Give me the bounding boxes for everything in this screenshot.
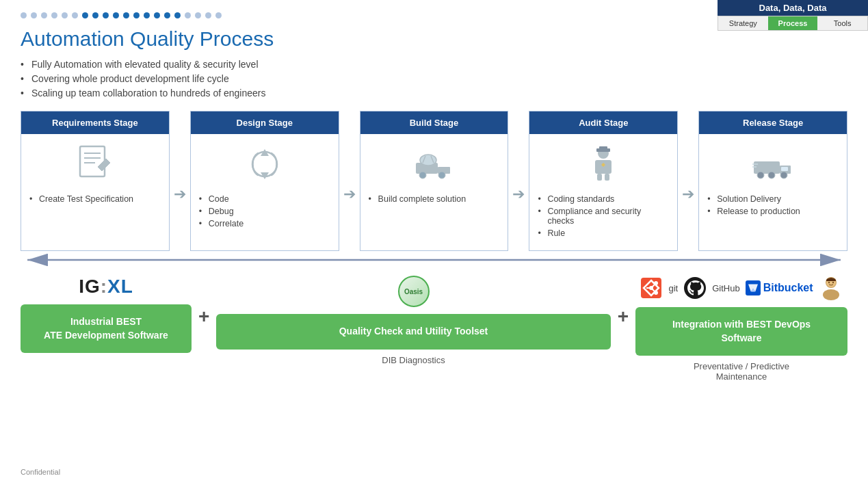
- stage-design-body: Code Debug Correlate: [191, 134, 339, 250]
- devops-green-button: Integration with BEST DevOps Software: [635, 307, 847, 356]
- igxl-btn-line1: Industrial BEST: [33, 315, 179, 329]
- svg-point-45: [828, 282, 829, 283]
- requirements-icon: [75, 144, 116, 185]
- stage-design: Design Stage Code Debug Correlate: [190, 111, 339, 251]
- svg-rect-19: [597, 174, 602, 181]
- progress-dots: [21, 12, 222, 18]
- igxl-green-button: Industrial BEST ATE Development Software: [21, 304, 192, 353]
- oasis-text: Oasis: [404, 288, 423, 295]
- dot-18: [195, 12, 201, 18]
- svg-point-43: [823, 289, 839, 300]
- stage-release-header: Release Stage: [699, 111, 847, 134]
- stage-requirements: Requirements Stage Create Test Specifica…: [21, 111, 170, 251]
- plus-2: +: [611, 306, 635, 328]
- bitbucket-logo: Bitbucket: [746, 280, 813, 295]
- dot-13: [144, 12, 150, 18]
- audit-bullet-2: Compliance and security checks: [538, 207, 669, 226]
- github-label: GitHub: [712, 283, 739, 293]
- stage-release: Release Stage Solution D: [698, 111, 847, 251]
- dot-16: [174, 12, 181, 18]
- build-bullets: Build complete solution: [369, 194, 500, 207]
- maintenance-label: Preventative / PredictiveMaintenance: [694, 361, 789, 382]
- bidirectional-arrow: [21, 254, 847, 266]
- dot-19: [205, 12, 211, 18]
- arrow-1: ➔: [172, 137, 187, 251]
- dot-3: [41, 12, 47, 18]
- svg-point-26: [780, 172, 787, 179]
- dot-1: [21, 12, 27, 18]
- dot-9: [103, 12, 109, 18]
- quality-green-button: Quality Check and Utility Toolset: [216, 314, 610, 350]
- design-bullet-1: Code: [199, 194, 330, 204]
- dot-5: [62, 12, 68, 18]
- svg-point-24: [757, 172, 764, 179]
- audit-bullets: Coding standards Compliance and security…: [538, 194, 669, 241]
- stage-build-header: Build Stage: [360, 111, 508, 134]
- dib-diagnostics-label: DIB Diagnostics: [382, 355, 445, 365]
- git-icon: [640, 276, 663, 300]
- svg-rect-16: [599, 146, 607, 149]
- design-icon: [244, 144, 285, 185]
- release-bullets: Solution Delivery Release to production: [707, 194, 839, 219]
- igxl-xl-text: XL: [107, 276, 133, 297]
- arrow-2: ➔: [342, 137, 357, 251]
- release-icon: [752, 144, 793, 185]
- svg-point-9: [419, 172, 426, 179]
- bottom-section: IG:XL Industrial BEST ATE Development So…: [21, 276, 847, 382]
- igxl-ig-text: IG: [79, 276, 101, 297]
- igxl-column: IG:XL Industrial BEST ATE Development So…: [21, 276, 192, 353]
- audit-bullet-1: Coding standards: [538, 194, 669, 204]
- middle-column: Oasis Quality Check and Utility Toolset …: [216, 276, 610, 365]
- dot-20: [215, 12, 222, 18]
- dot-2: [31, 12, 37, 18]
- dot-10: [113, 12, 119, 18]
- dot-8: [92, 12, 98, 18]
- dot-17: [185, 12, 191, 18]
- intro-bullets: Fully Automation with elevated quality &…: [21, 59, 847, 98]
- page-title: Automation Quality Process: [21, 27, 847, 51]
- stage-build: Build Stage Build complete solution: [360, 111, 509, 251]
- igxl-btn-line2: ATE Development Software: [33, 329, 179, 343]
- stage-audit-header: Audit Stage: [529, 111, 677, 134]
- svg-point-25: [768, 172, 775, 179]
- svg-rect-20: [605, 174, 609, 181]
- requirements-bullets: Create Test Specification: [29, 194, 161, 207]
- top-header: Data, Data, Data Strategy Process Tools: [718, 0, 868, 31]
- stage-design-header: Design Stage: [191, 111, 339, 134]
- header-title: Data, Data, Data: [718, 0, 868, 16]
- maintenance-text: Preventative / PredictiveMaintenance: [694, 361, 789, 382]
- svg-point-46: [832, 282, 833, 283]
- design-bullets: Code Debug Correlate: [199, 194, 330, 231]
- stage-audit-body: Coding standards Compliance and security…: [529, 134, 677, 250]
- dot-6: [72, 12, 78, 18]
- release-bullet-2: Release to production: [707, 207, 839, 216]
- stage-requirements-body: Create Test Specification: [21, 134, 169, 250]
- svg-rect-21: [754, 161, 780, 174]
- dot-4: [51, 12, 57, 18]
- svg-point-10: [438, 172, 445, 179]
- devops-btn-line2: Software: [648, 332, 835, 345]
- oasis-circle: Oasis: [398, 276, 430, 307]
- stage-audit: Audit Stage Coding stand: [529, 111, 678, 251]
- audit-icon: [583, 144, 624, 185]
- confidential-label: Confidential: [21, 468, 60, 476]
- stage-build-body: Build complete solution: [360, 134, 508, 250]
- build-icon: [413, 144, 454, 185]
- bitbucket-icon: [746, 280, 761, 295]
- bullet-3: Scaling up team collaboration to hundred…: [21, 88, 847, 98]
- git-label: git: [668, 283, 678, 293]
- audit-bullet-3: Rule: [538, 228, 669, 238]
- jenkins-icon: [819, 276, 843, 300]
- design-bullet-3: Correlate: [199, 219, 330, 228]
- bitbucket-text: Bitbucket: [763, 282, 813, 294]
- dot-12: [133, 12, 140, 18]
- bullet-1: Fully Automation with elevated quality &…: [21, 59, 847, 70]
- devops-logos: git GitHub Bitbucket: [640, 276, 843, 300]
- oasis-logo: Oasis: [398, 276, 430, 307]
- arrow-4: ➔: [681, 137, 696, 251]
- release-bullet-1: Solution Delivery: [707, 194, 839, 204]
- stage-release-body: Solution Delivery Release to production: [699, 134, 847, 250]
- bidir-arrow-svg: [21, 254, 847, 266]
- svg-rect-0: [80, 146, 105, 176]
- right-column: git GitHub Bitbucket: [635, 276, 847, 382]
